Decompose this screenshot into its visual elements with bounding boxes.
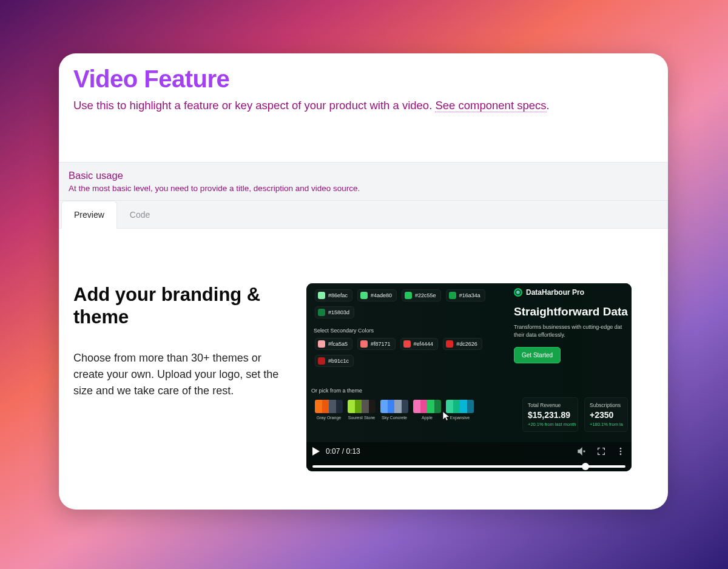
example-section-desc: At the most basic level, you need to pro… — [69, 184, 658, 193]
fullscreen-icon[interactable] — [596, 446, 606, 456]
theme-thumb: Sourest Stone — [348, 400, 376, 420]
primary-color-chips-2: #15803d — [315, 306, 354, 318]
play-icon[interactable] — [312, 447, 320, 456]
color-chip: #ef4444 — [400, 338, 439, 350]
example-content: Add your branding & theme Choose from mo… — [59, 229, 668, 471]
page-title: Video Feature — [73, 66, 653, 93]
preview-hero-sub: Transforms businesses with cutting-edge … — [514, 323, 632, 338]
controls-right — [577, 446, 625, 456]
example-section-title: Basic usage — [69, 170, 658, 181]
tab-code[interactable]: Code — [117, 201, 163, 228]
preview-hero-sub-line2: their data effortlessly. — [514, 332, 565, 338]
preview-app-pane: DataHarbour Pro Straightforward Data Tra… — [510, 283, 632, 442]
video-progress-bar[interactable] — [312, 465, 625, 468]
subtitle-suffix: . — [547, 99, 550, 112]
theme-thumb: Sky Concrete — [380, 400, 408, 420]
chip-label: #16a34a — [459, 292, 480, 298]
more-icon[interactable] — [616, 446, 625, 456]
progress-knob-icon[interactable] — [582, 463, 589, 470]
doc-card: Video Feature Use this to highlight a fe… — [59, 53, 668, 510]
swatch-icon — [405, 292, 412, 299]
color-chip: #15803d — [315, 306, 354, 318]
color-chip: #dc2626 — [443, 338, 482, 350]
swatch-icon — [318, 292, 325, 299]
tab-preview-label: Preview — [74, 210, 104, 220]
stat-card: Total Revenue $15,231.89 +20.1% from las… — [522, 397, 578, 432]
chip-label: #f87171 — [371, 341, 391, 347]
stat-value: $15,231.89 — [528, 410, 573, 420]
color-chip: #86efac — [315, 289, 352, 301]
stat-title: Subscriptions — [590, 402, 622, 408]
theme-thumb: Apple — [413, 400, 441, 420]
page-background: Video Feature Use this to highlight a fe… — [0, 0, 728, 569]
subtitle-text: Use this to highlight a feature or key a… — [73, 99, 435, 112]
chip-label: #b91c1c — [328, 358, 349, 364]
video-duration: 0:13 — [346, 447, 360, 456]
stat-card: Subscriptions +2350 +180.1% from la — [584, 397, 628, 432]
preview-stats: Total Revenue $15,231.89 +20.1% from las… — [522, 397, 628, 432]
theme-picker-label: Or pick from a theme — [311, 388, 362, 394]
feature-body: Choose from more than 30+ themes or crea… — [73, 350, 292, 399]
svg-point-1 — [620, 451, 622, 453]
primary-color-chips: #86efac #4ade80 #22c55e #16a34a — [315, 289, 485, 301]
color-chip: #16a34a — [446, 289, 485, 301]
chip-label: #dc2626 — [456, 341, 477, 347]
color-chip: #22c55e — [402, 289, 441, 301]
chip-label: #fca5a5 — [328, 341, 348, 347]
swatch-icon — [449, 292, 456, 299]
preview-brand: DataHarbour Pro — [514, 288, 632, 297]
brand-name: DataHarbour Pro — [526, 288, 584, 297]
theme-name: Gray Orange — [315, 416, 343, 420]
swatch-icon — [318, 357, 325, 365]
video-player[interactable]: #86efac #4ade80 #22c55e #16a34a #15803d … — [306, 283, 632, 471]
preview-hero-sub-line1: Transforms businesses with cutting-edge … — [514, 324, 622, 330]
example-section-header: Basic usage At the most basic level, you… — [59, 162, 668, 201]
swatch-icon — [446, 340, 453, 348]
chip-label: #ef4444 — [414, 341, 434, 347]
svg-point-2 — [620, 453, 622, 455]
swatch-icon — [318, 340, 325, 348]
tabs: Preview Code — [59, 201, 668, 229]
stat-title: Total Revenue — [528, 402, 573, 408]
secondary-colors-label: Select Secondary Colors — [314, 328, 374, 334]
swatch-icon — [318, 309, 325, 316]
color-chip: #f87171 — [357, 338, 396, 350]
theme-name: Apple — [413, 416, 441, 420]
theme-name: Sourest Stone — [348, 416, 376, 420]
preview-hero-heading: Straightforward Data — [514, 305, 632, 318]
video-controls: 0:07 / 0:13 — [306, 442, 632, 471]
volume-muted-icon[interactable] — [577, 446, 587, 456]
page-subtitle: Use this to highlight a feature or key a… — [73, 99, 653, 112]
theme-thumb: Gray Orange — [315, 400, 343, 420]
stat-value: +2350 — [590, 410, 622, 420]
theme-name: Sky Concrete — [380, 416, 408, 420]
swatch-icon — [403, 340, 411, 348]
chip-label: #4ade80 — [371, 292, 392, 298]
color-chip: #4ade80 — [357, 289, 397, 301]
preview-cta-button: Get Started — [514, 347, 561, 363]
tab-preview[interactable]: Preview — [61, 201, 117, 229]
secondary-color-chips: #fca5a5 #f87171 #ef4444 #dc2626 — [315, 338, 482, 350]
stat-delta: +20.1% from last month — [528, 422, 573, 427]
brand-logo-icon — [514, 288, 522, 297]
swatch-icon — [360, 340, 368, 348]
color-chip: #b91c1c — [315, 355, 354, 367]
specs-link[interactable]: See component specs — [435, 99, 546, 112]
feature-heading: Add your branding & theme — [73, 283, 292, 328]
controls-left: 0:07 / 0:13 — [312, 447, 360, 456]
video-current-time: 0:07 — [326, 447, 340, 456]
chip-label: #22c55e — [415, 292, 436, 298]
chip-label: #86efac — [328, 292, 348, 298]
swatch-icon — [360, 292, 368, 299]
color-chip: #fca5a5 — [315, 338, 352, 350]
feature-text-column: Add your branding & theme Choose from mo… — [73, 283, 292, 471]
stat-delta: +180.1% from la — [590, 422, 622, 427]
chip-label: #15803d — [328, 309, 349, 315]
svg-point-0 — [620, 448, 622, 449]
tab-code-label: Code — [130, 210, 150, 220]
secondary-color-chips-2: #b91c1c — [315, 355, 354, 367]
video-time: 0:07 / 0:13 — [326, 447, 360, 456]
cursor-icon — [441, 409, 452, 423]
